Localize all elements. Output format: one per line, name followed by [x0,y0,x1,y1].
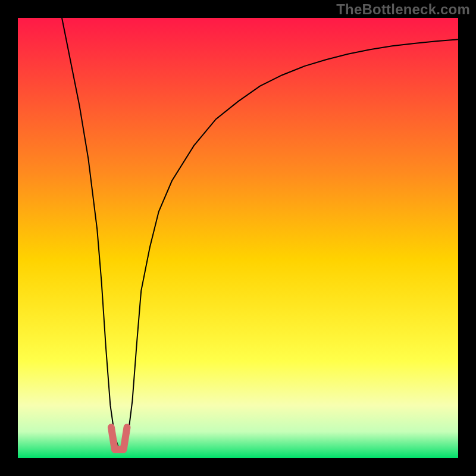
chart-background [18,18,458,458]
chart-frame: TheBottleneck.com [0,0,476,476]
watermark-label: TheBottleneck.com [336,1,470,18]
plot-area [18,18,458,458]
chart-svg [18,18,458,458]
